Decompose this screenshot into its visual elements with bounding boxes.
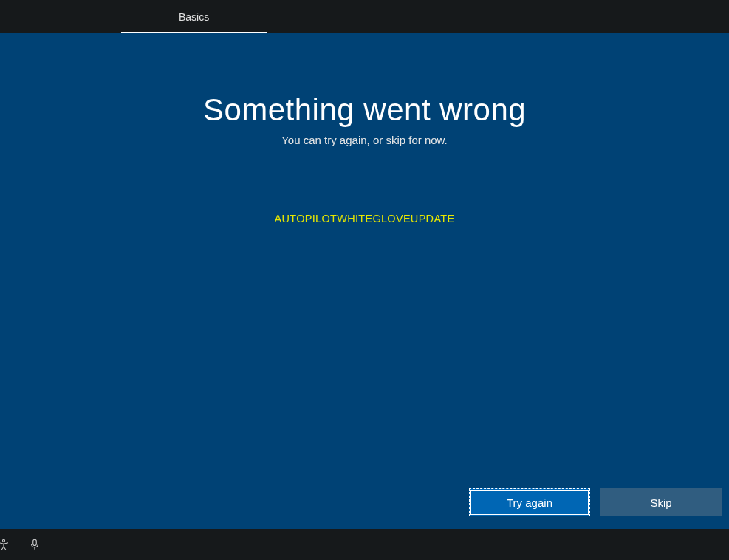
bottom-bar (0, 529, 729, 560)
error-code: AUTOPILOTWHITEGLOVEUPDATE (0, 213, 729, 225)
top-tab-bar: Basics (0, 0, 729, 33)
tab-basics-label: Basics (179, 11, 209, 23)
try-again-button[interactable]: Try again (469, 488, 590, 516)
content-area: Something went wrong You can try again, … (0, 33, 729, 225)
button-row: Try again Skip (469, 488, 722, 516)
tab-basics[interactable]: Basics (164, 0, 224, 33)
accessibility-icon[interactable] (0, 538, 10, 551)
svg-point-0 (3, 539, 5, 542)
error-subtitle: You can try again, or skip for now. (0, 134, 729, 146)
svg-rect-1 (33, 539, 37, 545)
error-heading: Something went wrong (0, 92, 729, 128)
main-panel: Something went wrong You can try again, … (0, 33, 729, 529)
microphone-icon[interactable] (28, 538, 41, 551)
skip-button[interactable]: Skip (600, 488, 722, 516)
